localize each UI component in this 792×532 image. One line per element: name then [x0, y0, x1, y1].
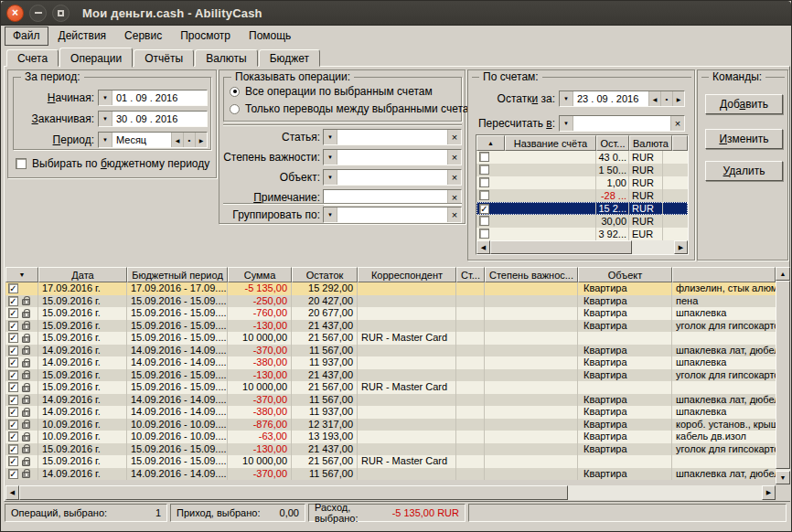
scroll-right-icon[interactable]: ▶ [674, 240, 688, 254]
dropdown-icon[interactable]: ▼ [99, 133, 112, 147]
transaction-row[interactable]: ✓ 15.09.2016 г. 15.09.2016 - 15.09.... -… [5, 443, 776, 456]
dropdown-icon[interactable]: ▼ [99, 90, 112, 105]
tab-Отчёты[interactable]: Отчёты [134, 49, 194, 67]
edit-button[interactable]: Изменить [705, 129, 783, 149]
transaction-row[interactable]: ✓ 15.09.2016 г. 15.09.2016 - 15.09.... 1… [5, 381, 776, 394]
end-date-field[interactable]: ▼ 30 . 09 . 2016 [98, 111, 208, 127]
transaction-row[interactable]: ✓ 15.09.2016 г. 15.09.2016 - 15.09.... -… [5, 295, 776, 308]
radio-all-operations[interactable] [230, 87, 240, 97]
account-checkbox[interactable] [479, 216, 489, 226]
maximize-button[interactable] [52, 5, 70, 22]
budget-period-checkbox[interactable] [16, 158, 27, 169]
row-checkbox[interactable]: ✓ [8, 346, 18, 356]
spin-right-icon[interactable]: ▶ [672, 91, 684, 106]
delete-button[interactable]: Удалить [705, 161, 783, 181]
column-header-Корреспондент[interactable]: Корреспондент [358, 267, 456, 282]
scroll-thumb[interactable] [776, 281, 790, 469]
column-header-Сумма[interactable]: Сумма [228, 267, 292, 282]
sort-desc-icon[interactable]: ▼ [5, 267, 38, 282]
tab-Счета[interactable]: Счета [6, 49, 59, 67]
row-checkbox[interactable]: ✓ [8, 395, 18, 405]
row-checkbox[interactable]: ✓ [8, 469, 18, 479]
account-row[interactable]: 43 0... RUR [476, 151, 688, 164]
transaction-row[interactable]: ✓ 15.09.2016 г. 15.09.2016 - 15.09.... -… [5, 369, 776, 382]
menu-item-Помощь[interactable]: Помощь [241, 27, 299, 46]
clear-icon[interactable]: × [447, 150, 461, 165]
transaction-row[interactable]: ✓ 15.09.2016 г. 15.09.2016 - 15.09.... 1… [5, 455, 776, 468]
close-button[interactable]: × [6, 5, 24, 22]
row-checkbox[interactable]: ✓ [8, 296, 18, 306]
spin-dot-icon[interactable]: • [660, 91, 672, 106]
account-row[interactable]: 30,00 RUR [476, 215, 688, 228]
clear-icon[interactable]: × [670, 116, 684, 131]
scroll-left-icon[interactable]: ◀ [5, 485, 19, 500]
account-checkbox[interactable]: ✓ [479, 204, 489, 214]
transaction-row[interactable]: ✓ 10.09.2016 г. 10.09.2016 - 10.09.... -… [5, 431, 776, 443]
column-header-Ст...[interactable]: Ст... [456, 267, 485, 282]
account-checkbox[interactable] [479, 177, 489, 187]
start-date-field[interactable]: ▼ 01 . 09 . 2016 [98, 90, 208, 106]
clear-icon[interactable]: × [447, 207, 461, 222]
menu-item-Сервис[interactable]: Сервис [116, 27, 170, 46]
period-field[interactable]: ▼ Месяц ◀ • ▶ [98, 132, 208, 148]
scroll-left-icon[interactable]: ◀ [476, 240, 490, 254]
account-row[interactable]: 3 92... EUR [476, 228, 688, 240]
account-row[interactable]: ✓ 15 2... RUR [476, 202, 688, 215]
transaction-row[interactable]: ✓ 15.09.2016 г. 15.09.2016 - 15.09.... 1… [5, 332, 776, 345]
row-checkbox[interactable]: ✓ [8, 370, 18, 380]
transaction-row[interactable]: ✓ 14.09.2016 г. 14.09.2016 - 14.09.... -… [5, 468, 776, 481]
accounts-header-currency[interactable]: Валюта [629, 135, 672, 151]
convert-to-combo[interactable]: ▼ × [559, 115, 685, 132]
spin-dot-icon[interactable]: • [183, 133, 195, 147]
column-header-Степень важнос...[interactable]: Степень важнос... [485, 267, 578, 282]
dropdown-icon[interactable]: ▼ [324, 150, 337, 165]
column-header-Дата[interactable]: Дата [38, 267, 127, 282]
transaction-row[interactable]: ✓ 14.09.2016 г. 14.09.2016 - 14.09.... -… [5, 394, 776, 407]
row-checkbox[interactable]: ✓ [8, 357, 18, 367]
row-checkbox[interactable]: ✓ [8, 382, 18, 392]
transaction-row[interactable]: ✓ 10.09.2016 г. 10.09.2016 - 10.09.... -… [5, 419, 776, 431]
clear-icon[interactable]: × [447, 130, 461, 144]
add-button[interactable]: Добавить [705, 94, 783, 114]
column-header-Бюджетный период[interactable]: Бюджетный период [127, 267, 228, 282]
group-by-combo[interactable]: ▼ × [323, 207, 462, 223]
column-header-note[interactable] [672, 267, 776, 282]
row-checkbox[interactable]: ✓ [8, 333, 18, 343]
dropdown-icon[interactable]: ▼ [560, 116, 573, 131]
account-checkbox[interactable] [479, 229, 489, 239]
dropdown-icon[interactable]: ▼ [560, 91, 573, 106]
column-header-Остаток[interactable]: Остаток [292, 267, 358, 282]
account-checkbox[interactable] [479, 190, 489, 200]
spin-right-icon[interactable]: ▶ [195, 133, 207, 147]
transactions-vscrollbar[interactable]: ▲ ▼ [776, 267, 790, 484]
tab-Валюты[interactable]: Валюты [195, 49, 258, 67]
dropdown-icon[interactable]: ▼ [99, 112, 112, 126]
row-checkbox[interactable]: ✓ [8, 321, 18, 331]
scroll-down-icon[interactable]: ▼ [776, 471, 790, 484]
filter-combo[interactable]: ▼ × [323, 169, 462, 186]
transaction-row[interactable]: ✓ 15.09.2016 г. 15.09.2016 - 15.09.... -… [5, 307, 776, 320]
row-checkbox[interactable]: ✓ [8, 283, 18, 293]
spin-left-icon[interactable]: ◀ [648, 91, 660, 106]
row-checkbox[interactable]: ✓ [8, 444, 18, 454]
dropdown-icon[interactable]: ▼ [324, 207, 337, 222]
account-row[interactable]: 1 50... RUR [476, 164, 688, 176]
minimize-button[interactable] [29, 5, 47, 22]
account-checkbox[interactable] [479, 152, 489, 162]
dropdown-icon[interactable]: ▼ [324, 170, 337, 185]
scroll-thumb[interactable] [490, 240, 632, 254]
filter-combo[interactable]: ▼ × [323, 149, 462, 165]
transaction-row[interactable]: ✓ 15.09.2016 г. 15.09.2016 - 15.09.... -… [5, 320, 776, 333]
column-header-Объект[interactable]: Объект [578, 267, 672, 282]
transactions-hscrollbar[interactable]: ◀ ▶ [5, 485, 776, 500]
menu-item-Просмотр[interactable]: Просмотр [172, 27, 239, 46]
clear-icon[interactable]: × [447, 170, 461, 185]
menu-item-Файл[interactable]: Файл [5, 27, 48, 46]
transaction-row[interactable]: ✓ 17.09.2016 г. 17.09.2016 - 17.09.... -… [5, 282, 776, 295]
accounts-hscrollbar[interactable]: ◀ ▶ [476, 240, 688, 254]
row-checkbox[interactable]: ✓ [8, 431, 18, 442]
scroll-up-icon[interactable]: ▲ [776, 267, 790, 281]
row-checkbox[interactable]: ✓ [8, 456, 18, 466]
accounts-header-name[interactable]: Название счёта [505, 135, 596, 151]
menu-item-Действия[interactable]: Действия [50, 27, 115, 46]
